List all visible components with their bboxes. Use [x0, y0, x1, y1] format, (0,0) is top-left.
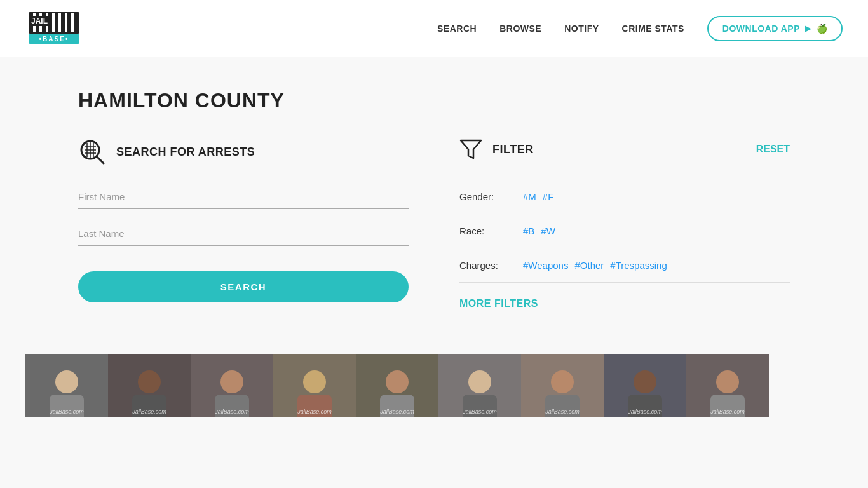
svg-marker-20 [461, 140, 481, 158]
gender-label: Gender: [459, 191, 510, 202]
race-tag-w[interactable]: #W [541, 226, 555, 236]
mugshot-figure [273, 354, 356, 417]
svg-rect-6 [65, 13, 67, 32]
charges-tags: #Weapons #Other #Trespassing [523, 260, 667, 271]
gender-filter-row: Gender: #M #F [459, 180, 790, 214]
svg-rect-5 [58, 13, 61, 32]
svg-rect-7 [71, 13, 74, 32]
main-content: HAMILTON COUNTY SEARCH FOR ARRESTS [53, 57, 815, 329]
gender-tag-f[interactable]: #F [543, 191, 554, 202]
mugshot-figure [108, 354, 191, 417]
mugshot-card[interactable]: JailBase.com [356, 354, 438, 417]
svg-text:•BASE•: •BASE• [39, 36, 69, 43]
mugshot-head [138, 370, 161, 393]
header: JAIL •BASE• SEARCH BROWSE NOTIFY CRIME S… [0, 0, 868, 57]
mugshot-head [303, 370, 326, 393]
nav-notify[interactable]: NOTIFY [564, 24, 599, 34]
mugshot-label: JailBase.com [686, 409, 769, 415]
mugshot-head [716, 370, 739, 393]
mugshot-figure [438, 354, 521, 417]
two-column-layout: SEARCH FOR ARRESTS SEARCH FILTER RES [78, 138, 790, 309]
mugshot-label: JailBase.com [438, 409, 521, 415]
mugshot-card[interactable]: JailBase.com [191, 354, 273, 417]
download-app-button[interactable]: DOWNLOAD APP ▶ 🍏 [707, 16, 843, 41]
gender-tag-m[interactable]: #M [523, 191, 536, 202]
mugshot-card[interactable]: JailBase.com [108, 354, 191, 417]
more-filters-link[interactable]: MORE FILTERS [459, 298, 790, 309]
mugshot-card[interactable]: JailBase.com [604, 354, 686, 417]
mugshot-label: JailBase.com [25, 409, 108, 415]
logo-wrapper: JAIL •BASE• [25, 10, 83, 48]
mugshot-card[interactable]: JailBase.com [438, 354, 521, 417]
charges-label: Charges: [459, 260, 510, 271]
mugshot-head [55, 370, 78, 393]
mugshot-head [386, 370, 409, 393]
search-section-header: SEARCH FOR ARRESTS [78, 138, 409, 166]
first-name-input[interactable] [78, 185, 409, 209]
mugshot-head [634, 370, 656, 393]
race-filter-row: Race: #B #W [459, 214, 790, 248]
race-tags: #B #W [523, 226, 555, 236]
filter-section: FILTER RESET Gender: #M #F Race: #B #W [459, 138, 790, 309]
mugshot-figure [604, 354, 686, 417]
nav-crime-stats[interactable]: CRIME STATS [622, 24, 684, 34]
mugshot-figure [686, 354, 769, 417]
mugshot-head [220, 370, 243, 393]
mugshot-card[interactable]: JailBase.com [521, 354, 604, 417]
race-tag-b[interactable]: #B [523, 226, 534, 236]
mugshot-card[interactable]: JailBase.com [686, 354, 769, 417]
svg-text:JAIL: JAIL [31, 17, 48, 25]
mugshots-section: JailBase.com JailBase.com JailBase.com J… [0, 354, 868, 417]
charge-tag-other[interactable]: #Other [574, 260, 604, 271]
search-section: SEARCH FOR ARRESTS SEARCH [78, 138, 409, 309]
search-arrests-icon [78, 138, 106, 166]
search-section-title: SEARCH FOR ARRESTS [116, 146, 255, 159]
download-app-label: DOWNLOAD APP [722, 24, 800, 34]
filter-header: FILTER RESET [459, 138, 790, 161]
main-nav: SEARCH BROWSE NOTIFY CRIME STATS DOWNLOA… [437, 16, 843, 41]
filter-section-title: FILTER [492, 143, 534, 156]
charge-tag-weapons[interactable]: #Weapons [523, 260, 568, 271]
mugshot-label: JailBase.com [521, 409, 604, 415]
last-name-input[interactable] [78, 222, 409, 246]
mugshot-figure [356, 354, 438, 417]
mugshot-card[interactable]: JailBase.com [25, 354, 108, 417]
filter-header-left: FILTER [459, 138, 534, 161]
mugshot-label: JailBase.com [273, 409, 356, 415]
play-icon: ▶ [805, 24, 811, 33]
jailbase-logo: JAIL •BASE• [25, 10, 83, 48]
mugshot-head [551, 370, 574, 393]
mugshot-label: JailBase.com [604, 409, 686, 415]
svg-line-19 [97, 156, 104, 163]
first-name-group [78, 185, 409, 209]
page-title: HAMILTON COUNTY [78, 89, 790, 112]
apple-icon: 🍏 [817, 24, 828, 34]
nav-search[interactable]: SEARCH [437, 24, 477, 34]
nav-browse[interactable]: BROWSE [499, 24, 541, 34]
reset-button[interactable]: RESET [756, 144, 790, 155]
svg-rect-4 [52, 13, 55, 32]
last-name-group [78, 222, 409, 246]
filter-icon [459, 138, 482, 161]
mugshot-figure [25, 354, 108, 417]
mugshot-card[interactable]: JailBase.com [273, 354, 356, 417]
mugshot-figure [191, 354, 273, 417]
mugshot-label: JailBase.com [108, 409, 191, 415]
search-button[interactable]: SEARCH [78, 271, 409, 302]
mugshot-label: JailBase.com [356, 409, 438, 415]
mugshot-figure [521, 354, 604, 417]
mugshot-label: JailBase.com [191, 409, 273, 415]
gender-tags: #M #F [523, 191, 553, 202]
charge-tag-trespassing[interactable]: #Trespassing [610, 260, 667, 271]
mugshot-head [468, 370, 491, 393]
charges-filter-row: Charges: #Weapons #Other #Trespassing [459, 248, 790, 283]
race-label: Race: [459, 226, 510, 236]
